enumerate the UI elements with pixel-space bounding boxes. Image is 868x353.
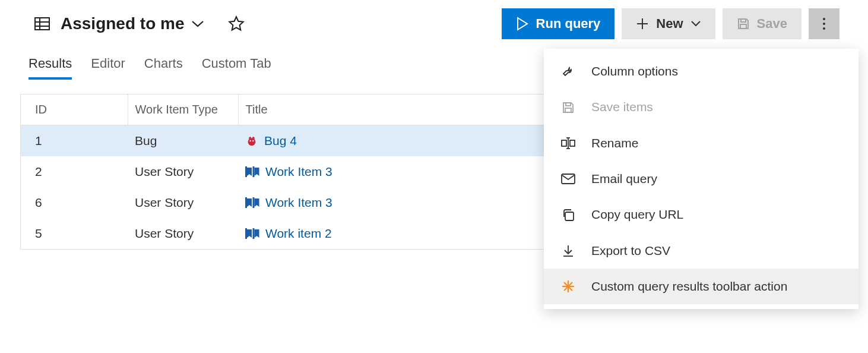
download-icon [560,243,576,259]
copy-icon [560,207,576,223]
svg-rect-27 [570,140,575,146]
bug-icon [245,134,258,147]
new-button[interactable]: New [622,8,715,39]
story-icon [245,197,259,209]
svg-rect-23 [253,228,255,239]
header-left: Assigned to me [34,14,491,33]
new-button-label: New [656,16,683,31]
tab-results[interactable]: Results [28,56,72,80]
cell-type: Bug [128,125,238,157]
menu-label: Export to CSV [591,242,842,259]
mail-icon [560,171,576,187]
work-item-link[interactable]: Bug 4 [264,134,297,148]
cell-id: 5 [21,218,128,249]
favorite-star-icon[interactable] [228,15,245,32]
svg-point-14 [249,137,251,139]
svg-rect-26 [562,140,566,146]
menu-column-options[interactable]: Column options [544,53,859,89]
svg-rect-32 [565,212,574,220]
cell-type: User Story [128,156,238,187]
save-button: Save [723,8,802,39]
tab-custom[interactable]: Custom Tab [202,56,271,80]
menu-label: Rename [591,135,842,152]
svg-rect-21 [253,197,255,208]
svg-point-11 [823,23,825,25]
cell-id: 2 [21,156,128,187]
work-item-link[interactable]: Work Item 3 [265,165,332,179]
title-chevron-down-icon[interactable] [191,20,204,28]
svg-rect-19 [253,166,255,177]
sparkle-icon [560,279,576,294]
menu-label: Email query [591,171,842,187]
work-item-link[interactable]: Work item 2 [265,226,332,241]
svg-point-10 [823,18,825,20]
run-query-button[interactable]: Run query [502,8,615,39]
more-actions-menu: Column options Save items Rename Email q… [544,49,859,309]
story-icon [245,166,259,178]
svg-rect-9 [740,24,746,29]
menu-label: Save items [591,99,842,115]
svg-rect-22 [245,228,247,239]
svg-point-12 [823,27,825,30]
rename-icon [560,135,576,151]
save-icon [560,100,576,115]
menu-custom-action[interactable]: Custom query results toolbar action [544,269,859,304]
story-icon [245,228,259,239]
svg-point-16 [250,140,251,141]
action-toolbar: Run query New Save [502,8,840,39]
cell-type: User Story [128,187,238,218]
menu-email-query[interactable]: Email query [544,161,859,197]
page-title-group: Assigned to me [61,14,204,33]
svg-rect-18 [245,166,247,177]
svg-rect-25 [565,108,571,112]
menu-label: Copy query URL [591,206,842,223]
menu-export-csv[interactable]: Export to CSV [544,233,859,269]
svg-rect-20 [245,197,247,208]
menu-rename[interactable]: Rename [544,125,859,161]
page-title: Assigned to me [61,14,184,33]
tab-editor[interactable]: Editor [91,56,125,80]
svg-point-13 [248,138,256,146]
menu-label: Custom query results toolbar action [591,278,842,295]
menu-save-items: Save items [544,89,859,125]
more-actions-button[interactable] [809,8,840,39]
svg-marker-4 [230,17,243,30]
cell-id: 6 [21,187,128,218]
header-toolbar: Assigned to me Run query New [0,0,868,39]
svg-point-15 [252,137,255,139]
wrench-icon [560,64,576,79]
save-button-label: Save [757,16,787,31]
svg-marker-5 [518,18,527,30]
menu-copy-url[interactable]: Copy query URL [544,197,859,232]
col-header-id[interactable]: ID [21,94,128,125]
cell-id: 1 [21,125,128,157]
menu-label: Column options [591,63,842,80]
run-query-label: Run query [536,16,601,31]
cell-type: User Story [128,218,238,249]
svg-rect-24 [566,103,571,106]
svg-rect-0 [35,18,49,30]
svg-point-17 [252,140,254,141]
work-item-link[interactable]: Work Item 3 [265,196,332,210]
query-type-icon[interactable] [34,17,50,30]
col-header-type[interactable]: Work Item Type [128,94,238,125]
tab-charts[interactable]: Charts [144,56,183,80]
svg-rect-8 [741,19,746,22]
